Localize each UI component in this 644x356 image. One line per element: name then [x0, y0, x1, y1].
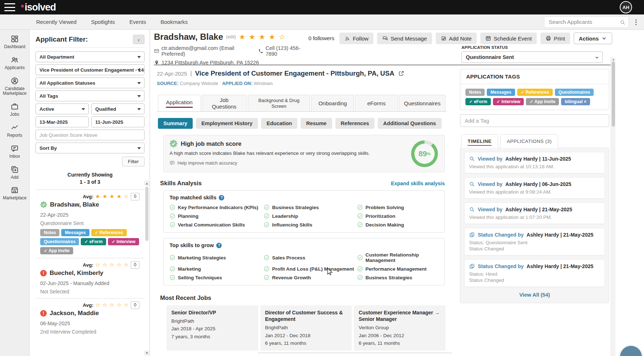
- jobs-icon: [11, 102, 19, 111]
- applicant-list-scrollbar[interactable]: ▲ ▼: [145, 181, 149, 356]
- chat-icon: [382, 35, 388, 41]
- department-select[interactable]: All Department: [35, 51, 145, 62]
- scroll-down-icon[interactable]: ▼: [145, 351, 149, 355]
- job-select[interactable]: Vice President of Customer Engagement - …: [35, 64, 145, 75]
- scroll-up-icon[interactable]: ▲: [611, 57, 616, 62]
- tab-timeline[interactable]: TIMELINE: [461, 134, 498, 148]
- subtab-additional-questions[interactable]: Additional Questions: [378, 118, 442, 129]
- hamburger-menu-icon[interactable]: [4, 3, 15, 11]
- skill-item: Verbal Communication Skills: [170, 222, 262, 228]
- sidebar-item-reports[interactable]: Reports: [0, 123, 29, 138]
- subtab-references[interactable]: References: [335, 118, 375, 129]
- skill-item: Leadership: [264, 213, 355, 219]
- job-question-score-input[interactable]: Job Question Score Above: [35, 130, 145, 140]
- application-tags-heading: APPLICATION TAGS: [460, 69, 609, 84]
- vertical-scrollbar[interactable]: ▲: [611, 57, 615, 356]
- tag-chip-notes[interactable]: Notes: [465, 89, 485, 96]
- filter-button[interactable]: Filter: [122, 157, 145, 166]
- tag-chip-references[interactable]: ✓ References: [517, 89, 553, 96]
- edit-link[interactable]: (edit): [226, 34, 236, 39]
- sidebar-item-applicants[interactable]: Applicants: [0, 56, 29, 71]
- applicant-list: Avg: ★ ★ ★ ★ ☆ 0 Bradshaw, Blake 22-Apr-…: [35, 190, 145, 338]
- search-input[interactable]: [544, 17, 628, 27]
- subtab-summary[interactable]: Summary: [158, 118, 193, 129]
- subtab-education[interactable]: Education: [261, 118, 297, 129]
- follow-button[interactable]: Follow: [339, 33, 373, 44]
- applicant-email: ctr.atsdemo@gmail.com (Email Preferred): [162, 45, 252, 57]
- skill-item: Profit And Loss (P&L) Management: [264, 266, 355, 272]
- tag-chip-questionnaires[interactable]: Questionnaires: [555, 89, 594, 96]
- tag-chip-eform[interactable]: ✓ eForm: [465, 98, 491, 105]
- applicant-name[interactable]: Jackson, Maddie: [50, 310, 99, 317]
- chat-fab-button[interactable]: [620, 346, 642, 356]
- scroll-up-icon[interactable]: ▲: [145, 181, 149, 186]
- help-icon[interactable]: ?: [216, 243, 222, 248]
- tab-application[interactable]: Application: [158, 95, 201, 111]
- search-applicants-box[interactable]: [544, 16, 629, 28]
- application-status-filter-select[interactable]: All Application Statuses: [35, 77, 145, 88]
- tab-applications[interactable]: APPLICATIONS (3): [500, 134, 558, 148]
- application-subtabs: Summary Employment History Education Res…: [157, 118, 447, 129]
- date-from-field[interactable]: 13-Mar-2025: [35, 116, 89, 127]
- nav-spotlights[interactable]: Spotlights: [91, 19, 115, 25]
- actions-button[interactable]: Actions: [574, 33, 612, 44]
- send-message-button[interactable]: Send Message: [377, 33, 432, 44]
- tag-chip-bilingual[interactable]: bilingual ×: [561, 98, 590, 105]
- collapse-panel-button[interactable]: ‹: [133, 35, 145, 44]
- qualified-select[interactable]: Qualified: [91, 103, 145, 114]
- help-icon[interactable]: ?: [219, 195, 224, 200]
- subtab-employment-history[interactable]: Employment History: [196, 118, 258, 129]
- application-status-select[interactable]: Questionnaire Sent: [461, 51, 603, 63]
- add-note-button[interactable]: Add Note: [436, 33, 477, 44]
- tag-chip-interview[interactable]: ✓ Interview: [493, 98, 524, 105]
- tab-onboarding[interactable]: Onboarding: [311, 95, 354, 111]
- print-button[interactable]: Print: [540, 33, 570, 44]
- tab-background-drug-screen[interactable]: Background & Drug Screen: [248, 95, 310, 111]
- schedule-event-button[interactable]: Schedule Event: [480, 33, 537, 44]
- expand-skills-link[interactable]: Expand skills analysis: [391, 181, 445, 186]
- application-status-block: APPLICATION STATUS Questionnaire Sent: [461, 45, 603, 63]
- sidebar-item-candidate-marketplace[interactable]: Candidate Marketplace: [0, 77, 29, 97]
- recent-job-card: Senior Director/VP BrightPath Jan 2018 -…: [167, 305, 258, 351]
- filter-panel-title: Applicant Filter:: [35, 35, 88, 43]
- tags-filter-select[interactable]: All Tags: [35, 90, 145, 101]
- sidebar-item-add[interactable]: Add: [0, 165, 29, 180]
- subtab-resume[interactable]: Resume: [301, 118, 332, 129]
- skill-item: Problem Solving: [357, 204, 439, 210]
- sort-by-select[interactable]: Sort By: [35, 143, 145, 153]
- secondary-navbar: Recently Viewed Spotlights Events Bookma…: [0, 14, 644, 30]
- applicant-card-bradshaw[interactable]: Avg: ★ ★ ★ ★ ☆ 0 Bradshaw, Blake 22-Apr-…: [35, 190, 145, 258]
- active-select[interactable]: Active: [35, 103, 89, 114]
- job-match-panel: High job match score A high match score …: [163, 135, 445, 172]
- applicant-card-jackson[interactable]: Avg: ☆ ☆ ☆ ☆ ☆ 0 ! Jackson, Maddie 06-Ma…: [35, 298, 145, 338]
- sidebar-item-jobs[interactable]: Jobs: [0, 102, 29, 117]
- nav-recently-viewed[interactable]: Recently Viewed: [36, 19, 76, 25]
- kebab-menu-icon[interactable]: ⋮: [632, 18, 640, 26]
- rating-count: 0: [131, 301, 139, 309]
- nav-bookmarks[interactable]: Bookmarks: [160, 19, 188, 25]
- view-all-link[interactable]: View All (54): [464, 292, 605, 298]
- external-link-icon[interactable]: [398, 71, 404, 76]
- applicant-card-buechel[interactable]: Avg: ☆ ☆ ☆ ☆ ☆ 0 ! Buechel, Kimberly 02-…: [35, 258, 145, 298]
- tag-chip-app-invite[interactable]: ✓ App Invite: [526, 98, 559, 105]
- tag-chip-messages[interactable]: Messages: [487, 89, 515, 96]
- sidebar-item-inbox[interactable]: Inbox: [0, 144, 29, 159]
- scrollbar-thumb[interactable]: [612, 62, 615, 127]
- add-tag-input[interactable]: [460, 114, 609, 127]
- tab-eforms[interactable]: eForms: [355, 95, 398, 111]
- user-avatar[interactable]: AH: [620, 1, 632, 13]
- applicant-rating-stars[interactable]: ★ ★ ★ ★ ☆: [239, 33, 286, 41]
- tab-job-questions[interactable]: Job Questions: [202, 95, 247, 111]
- nav-events[interactable]: Events: [129, 19, 146, 25]
- tab-questionnaires[interactable]: Questionnaires: [399, 95, 446, 111]
- check-circle-icon: [170, 266, 175, 272]
- date-to-field[interactable]: 11-Jun-2025: [91, 116, 145, 127]
- sidebar-item-dashboard[interactable]: Dashboard: [0, 35, 29, 50]
- applicant-name[interactable]: Bradshaw, Blake: [50, 201, 99, 208]
- sidebar-item-marketplace[interactable]: Marketplace: [0, 186, 29, 201]
- note-icon: [441, 35, 447, 41]
- check-circle-icon: [357, 266, 363, 272]
- scrollbar-thumb[interactable]: [145, 187, 149, 241]
- match-help-link[interactable]: Help improve match accuracy: [170, 160, 439, 166]
- applicant-name[interactable]: Buechel, Kimberly: [50, 270, 103, 277]
